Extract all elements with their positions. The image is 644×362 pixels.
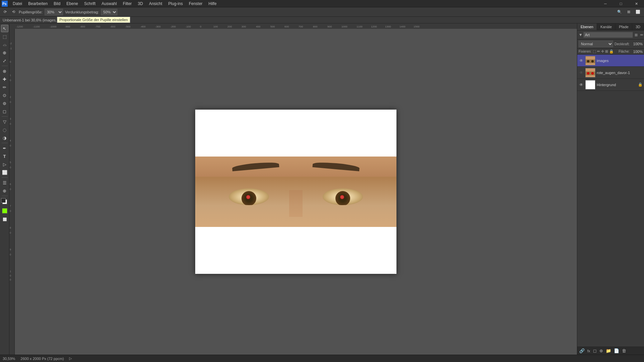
quick-select-btn[interactable]: ⊕	[1, 49, 8, 56]
ruler-left: -2 -1 0 1 0 2 0 3 0 4 0 5 0 6 0 7 0	[9, 29, 15, 355]
crop-tool-btn[interactable]: ⤢	[1, 57, 8, 64]
ruler-mark: -300	[155, 25, 161, 28]
layer-visibility-images[interactable]: 👁	[579, 58, 584, 63]
dodge-btn[interactable]: ◑	[1, 134, 8, 141]
menu-schrift[interactable]: Schrift	[82, 1, 98, 7]
canvas-scroll[interactable]	[15, 29, 577, 355]
menu-auswahl[interactable]: Auswahl	[99, 1, 119, 7]
brush-btn[interactable]: ✏	[1, 83, 8, 91]
eyedropper-btn[interactable]: ⊗	[1, 67, 8, 75]
options-toolbar: ⟳ ⟲ Pupillengröße: 30% 50% 100% Verdunkl…	[0, 7, 644, 17]
ruler-v-mark: 0	[10, 279, 11, 281]
screen-mode-btn[interactable]: ⬜	[634, 9, 642, 15]
layer-visibility-rote-augen[interactable]: 👁	[579, 70, 584, 75]
close-button[interactable]: ✕	[629, 0, 644, 7]
pupil-size-select[interactable]: 30% 50% 100%	[45, 9, 63, 15]
ruler-mark: 1400	[399, 25, 406, 28]
ruler-v-mark: 0	[10, 188, 11, 190]
layers-search: ▼ ⊞ ✏ T ☰ ⊙ ●	[577, 31, 644, 40]
darken-amount-select[interactable]: 50% 30% 80%	[101, 9, 117, 15]
add-group-btn[interactable]: 📁	[605, 348, 612, 354]
clone-btn[interactable]: ⊙	[1, 92, 8, 99]
menu-ebene[interactable]: Ebene	[64, 1, 81, 7]
add-style-btn[interactable]: fx	[587, 348, 591, 354]
marquee-tool-btn[interactable]: ⬚	[1, 33, 8, 40]
lock-artboard-btn[interactable]: ⊞	[605, 49, 608, 54]
add-mask-btn[interactable]: ◻	[592, 348, 597, 354]
layer-item-rote-augen[interactable]: 👁 rote_augen_davor-1	[577, 67, 644, 79]
fg-color-swatch[interactable]	[1, 198, 6, 203]
menu-datei[interactable]: Datei	[10, 1, 25, 7]
eraser-btn[interactable]: ◻	[1, 108, 8, 115]
zoom-btn[interactable]: ⊕	[1, 187, 8, 194]
tool-mode-btn2[interactable]: ⟲	[10, 9, 17, 15]
layer-item-hintergrund[interactable]: 👁 Hintergrund 🔒	[577, 79, 644, 91]
blur-btn[interactable]: ◌	[1, 126, 8, 133]
tool-mode-btn[interactable]: ⟳	[2, 9, 8, 15]
layer-type-filter-btn[interactable]: ⊞	[634, 33, 639, 38]
menu-bild[interactable]: Bild	[51, 1, 63, 7]
menu-ansicht[interactable]: Ansicht	[146, 1, 165, 7]
minimize-button[interactable]: ─	[598, 0, 613, 7]
standard-mode-btn[interactable]: ⬜	[1, 216, 8, 223]
add-adjustment-btn[interactable]: ⊕	[599, 348, 604, 354]
quick-mask-btn[interactable]	[2, 208, 7, 214]
svg-rect-10	[586, 80, 595, 89]
move-tool-btn[interactable]: ↖	[1, 25, 8, 32]
ruler-v-mark: 2	[10, 96, 11, 98]
maximize-button[interactable]: □	[613, 0, 629, 7]
menu-filter[interactable]: Filter	[120, 1, 135, 7]
canvas-white-bottom	[195, 227, 396, 274]
lock-transparent-btn[interactable]: ⬚	[593, 49, 596, 54]
delete-layer-btn[interactable]: 🗑	[621, 348, 627, 354]
ruler-mark: -1000	[50, 25, 56, 28]
ruler-v-mark: -2	[10, 42, 12, 45]
text-btn[interactable]: T	[1, 153, 8, 160]
lock-position-btn[interactable]: ✛	[601, 49, 604, 54]
layer-name-rote-augen: rote_augen_davor-1	[597, 71, 643, 75]
gradient-btn[interactable]: ▽	[1, 118, 8, 125]
menu-bearbeiten[interactable]: Bearbeiten	[25, 1, 50, 7]
search-btn[interactable]: 🔍	[615, 9, 624, 15]
menu-3d[interactable]: 3D	[135, 1, 146, 7]
layer-visibility-hintergrund[interactable]: 👁	[579, 82, 584, 87]
menu-bar: Ps Datei Bearbeiten Bild Ebene Schrift A…	[0, 0, 644, 7]
blend-mode-select[interactable]: Normal Aufhellen Multiplizieren	[579, 41, 613, 47]
left-eye	[222, 185, 276, 208]
layer-item-images[interactable]: 👁 images	[577, 55, 644, 67]
hand-btn[interactable]: ☰	[1, 179, 8, 186]
canvas-with-ruler: -2 -1 0 1 0 2 0 3 0 4 0 5 0 6 0 7 0	[9, 29, 577, 355]
svg-point-9	[591, 72, 594, 74]
history-btn[interactable]: ⊚	[1, 100, 8, 107]
lock-all-btn[interactable]: 🔒	[609, 49, 614, 54]
ruler-v-mark: 1	[10, 74, 11, 76]
menu-hilfe[interactable]: Hilfe	[206, 1, 219, 7]
layer-search-input[interactable]	[583, 32, 633, 38]
ruler-v-mark: 0	[10, 144, 11, 147]
shape-btn[interactable]: ⬜	[1, 169, 8, 176]
menu-fenster[interactable]: Fenster	[186, 1, 205, 7]
path-select-btn[interactable]: ▷	[1, 161, 8, 168]
lock-pixels-btn[interactable]: ✏	[597, 49, 600, 54]
spot-heal-btn[interactable]: ✚	[1, 75, 8, 83]
layer-thumbnail-images	[585, 56, 595, 65]
zoom-level: 30,59%	[3, 357, 15, 361]
document-info: Unbenannt-1 bei 30,6% (images, R	[3, 18, 60, 22]
layer-color-filter-btn[interactable]: ✏	[639, 33, 644, 38]
lasso-tool-btn[interactable]: ⌓	[1, 41, 8, 48]
ruler-v-mark: 0	[10, 166, 11, 169]
tab-ebenen[interactable]: Ebenen	[577, 23, 597, 30]
pen-btn[interactable]: ✒	[1, 144, 8, 152]
ruler-mark: 1500	[414, 25, 420, 28]
menu-plugins[interactable]: Plug-ins	[166, 1, 185, 7]
app-icon: Ps	[1, 0, 8, 7]
tab-pfade[interactable]: Pfade	[615, 23, 632, 30]
fill-label: Fläche:	[619, 50, 630, 53]
tab-kanaele[interactable]: Kanäle	[597, 23, 615, 30]
svg-point-4	[587, 60, 589, 62]
link-layers-btn[interactable]: 🔗	[579, 348, 585, 354]
filter-icon: ▼	[579, 33, 583, 37]
add-layer-btn[interactable]: 📄	[613, 348, 620, 354]
tab-3d[interactable]: 3D	[632, 23, 644, 30]
arrange-btn[interactable]: ⊞	[626, 9, 632, 15]
